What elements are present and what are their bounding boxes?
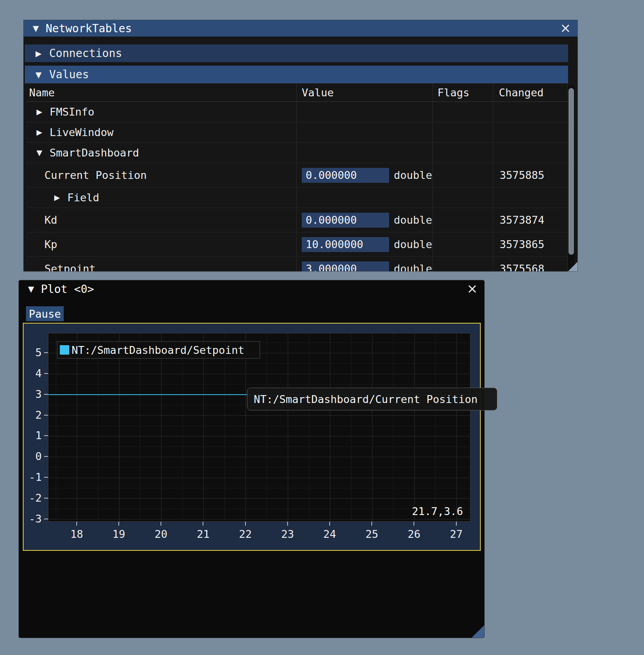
pause-button[interactable]: Pause xyxy=(26,306,64,321)
tree-collapsed-icon[interactable]: ▶ xyxy=(35,129,44,136)
scrollbar-thumb[interactable] xyxy=(568,88,574,255)
table-header-row: Name Value Flags Changed xyxy=(27,83,568,102)
x-tick-label: 23 xyxy=(270,528,305,540)
x-tick-label: 21 xyxy=(185,528,221,540)
tree-row-livewindow[interactable]: ▶ LiveWindow xyxy=(27,122,568,143)
row-name: FMSInfo xyxy=(50,106,94,118)
window-collapse-icon[interactable]: ▼ xyxy=(27,285,35,293)
connections-header[interactable]: ▶ Connections xyxy=(25,44,568,62)
tree-collapsed-icon[interactable]: ▶ xyxy=(53,194,61,201)
y-tick-mark xyxy=(44,498,48,499)
y-tick-label: -2 xyxy=(24,492,42,504)
legend-entry[interactable]: NT:/SmartDashboard/Setpoint xyxy=(57,341,260,359)
flags-cell xyxy=(432,208,493,232)
x-tick-mark xyxy=(287,522,288,526)
x-tick-label: 24 xyxy=(312,528,347,540)
value-type-label: double xyxy=(394,263,432,271)
tree-row-fmsinfo[interactable]: ▶ FMSInfo xyxy=(27,102,568,122)
values-header[interactable]: ▼ Values xyxy=(25,66,568,83)
x-tick-label: 25 xyxy=(354,528,389,540)
table-row-kd: Kd 0.000000 double 3573874 xyxy=(27,208,568,232)
values-table: Name Value Flags Changed ▶ FMSInfo ▶ Liv xyxy=(27,83,568,271)
window-title: Plot <0> xyxy=(41,283,94,296)
tree-row-smartdashboard[interactable]: ▼ SmartDashboard xyxy=(27,143,568,163)
legend-swatch-icon xyxy=(60,345,69,355)
tree-expanded-icon[interactable]: ▼ xyxy=(35,149,44,156)
value-input-current-position[interactable]: 0.000000 xyxy=(302,168,389,183)
y-tick-mark xyxy=(44,415,48,416)
flags-cell xyxy=(432,232,493,256)
networktables-window: ▼ NetworkTables ▶ Connections ▼ Values N… xyxy=(23,20,578,272)
y-tick-mark xyxy=(44,394,48,395)
x-tick-label: 19 xyxy=(101,528,137,540)
value-type-label: double xyxy=(394,238,432,250)
x-tick-label: 20 xyxy=(143,528,179,540)
changed-cell: 3573874 xyxy=(493,208,568,232)
values-label: Values xyxy=(49,68,89,81)
y-tick-label: 4 xyxy=(24,367,42,380)
table-row-kp: Kp 10.000000 double 3573865 xyxy=(27,232,568,257)
networktables-titlebar[interactable]: ▼ NetworkTables xyxy=(24,20,578,37)
scrollbar-track[interactable] xyxy=(568,85,575,269)
row-name: Field xyxy=(67,191,99,204)
column-header-changed: Changed xyxy=(493,83,568,101)
row-name: Current Position xyxy=(44,169,147,181)
tree-collapsed-icon: ▶ xyxy=(34,50,43,57)
y-tick-label: -1 xyxy=(24,471,42,484)
cursor-position-readout: 21.7,3.6 xyxy=(412,505,463,517)
y-tick-mark xyxy=(44,435,48,436)
x-tick-label: 27 xyxy=(439,528,474,540)
plot-canvas xyxy=(48,333,470,521)
row-name: Kd xyxy=(44,214,57,226)
plot-titlebar[interactable]: ▼ Plot <0> xyxy=(19,280,484,298)
close-icon xyxy=(467,284,477,294)
y-tick-label: 2 xyxy=(24,409,42,421)
column-header-name: Name xyxy=(27,83,296,101)
legend-label: NT:/SmartDashboard/Setpoint xyxy=(72,344,244,356)
x-tick-mark xyxy=(329,522,330,526)
table-row-current-position: Current Position 0.000000 double 3575885 xyxy=(27,163,568,188)
row-name: SmartDashboard xyxy=(50,147,139,159)
x-tick-mark xyxy=(413,522,414,526)
x-tick-mark xyxy=(456,522,457,526)
y-tick-mark xyxy=(44,519,48,519)
row-name: Setpoint xyxy=(44,263,96,271)
changed-cell: 3575885 xyxy=(493,163,568,187)
x-tick-mark xyxy=(76,522,77,526)
close-button[interactable] xyxy=(559,22,572,35)
x-axis: 18192021222324252627 xyxy=(48,522,471,550)
y-tick-mark xyxy=(44,352,48,353)
resize-grip-icon[interactable] xyxy=(568,262,578,271)
flags-cell xyxy=(432,163,493,187)
changed-cell: 3573865 xyxy=(493,232,568,256)
plot-window: ▼ Plot <0> Pause 543210-1-2-3 1819202122… xyxy=(18,280,485,638)
resize-grip-icon[interactable] xyxy=(472,625,484,638)
x-tick-mark xyxy=(203,522,203,526)
drag-tooltip: NT:/SmartDashboard/Current Position xyxy=(247,388,497,410)
window-collapse-icon[interactable]: ▼ xyxy=(31,24,40,32)
value-input-setpoint[interactable]: 3.000000 xyxy=(302,261,389,272)
y-tick-label: -3 xyxy=(24,513,42,525)
x-tick-label: 22 xyxy=(228,528,263,540)
y-tick-mark xyxy=(44,477,48,478)
connections-label: Connections xyxy=(49,47,122,60)
plot-area[interactable]: NT:/SmartDashboard/Setpoint 21.7,3.6 xyxy=(48,333,471,522)
y-tick-mark xyxy=(44,373,48,374)
y-tick-mark xyxy=(44,456,48,457)
x-tick-mark xyxy=(118,522,119,526)
y-axis: 543210-1-2-3 xyxy=(24,324,48,550)
y-tick-label: 3 xyxy=(24,388,42,401)
changed-cell: 3575568 xyxy=(493,257,568,271)
flags-cell xyxy=(432,257,493,271)
close-button[interactable] xyxy=(465,282,479,296)
x-tick-label: 18 xyxy=(59,528,94,540)
tree-row-field[interactable]: ▶ Field xyxy=(27,188,568,208)
tree-collapsed-icon[interactable]: ▶ xyxy=(35,108,44,116)
row-name: Kp xyxy=(44,238,57,250)
tree-expanded-icon: ▼ xyxy=(34,71,43,79)
value-input-kd[interactable]: 0.000000 xyxy=(302,213,389,228)
close-icon xyxy=(561,24,570,33)
value-input-kp[interactable]: 10.000000 xyxy=(302,237,389,252)
value-type-label: double xyxy=(394,169,432,181)
y-tick-label: 5 xyxy=(24,346,42,359)
